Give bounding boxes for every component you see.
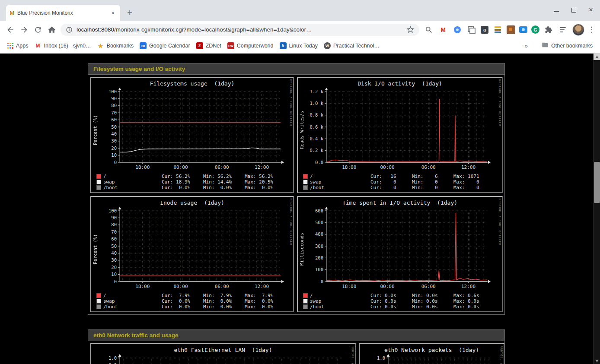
bookmark-star-icon[interactable] [407, 26, 414, 33]
browser-toolbar: localhost:8080/monitorix-cgi/monitorix.c… [0, 21, 600, 38]
bookmark-practical-technology[interactable]: W Practical Technol… [321, 41, 383, 51]
graph-panel-time-spent-io[interactable]: Time spent in I/O activity (1day)Millise… [297, 196, 503, 312]
dark-a-extension-icon[interactable] [481, 26, 488, 34]
computerworld-icon: CW [227, 42, 234, 49]
legend-series-name: swap [310, 298, 370, 304]
window-close-button[interactable] [588, 7, 594, 13]
bookmark-bookmarks[interactable]: ★ Bookmarks [94, 41, 137, 51]
reload-button[interactable] [31, 23, 45, 37]
legend-cur: Cur: 0.0s [370, 304, 412, 310]
layers-extension-icon[interactable] [492, 25, 503, 35]
section-body: eth0 FastEthernet LAN (1day)1.00.9RRDTOO… [88, 341, 504, 364]
bookmark-computerworld[interactable]: CW Computerworld [224, 41, 277, 51]
chart-plot-time-spent-io[interactable]: 010020030040050060018:0000:0006:0012:00 [305, 207, 498, 291]
window-minimize-button[interactable] [553, 7, 559, 13]
url-bar[interactable]: localhost:8080/monitorix-cgi/monitorix.c… [61, 24, 419, 36]
legend-min: Min: 56.2% [203, 174, 245, 179]
rrdtool-watermark: RRDTOOL / TOBI OETIKER [351, 346, 354, 364]
bookmark-zdnet[interactable]: Z ZDNet [193, 41, 224, 51]
legend-row: /Cur: 16Min: 6Max: 1071 [303, 174, 495, 179]
svg-text:12:00: 12:00 [461, 165, 476, 170]
legend-row: swapCur: 0Min: 0Max: 0 [303, 179, 495, 185]
chart-title: Filesystems usage (1day) [92, 79, 292, 88]
tab-close-icon[interactable] [109, 9, 117, 17]
copy-pages-extension-icon[interactable] [466, 25, 477, 35]
legend-row: /bootCur: 0.0sMin: 0.0sMax: 0.0s [303, 304, 495, 310]
graph-panel-inode-usage[interactable]: Inode usage (1day)Percent (%)01020304050… [90, 196, 294, 312]
chart-plot-inode-usage[interactable]: 010203040506070809010018:0000:0006:0012:… [98, 207, 291, 291]
svg-text:0.4 k: 0.4 k [310, 136, 323, 141]
scrollbar-thumb[interactable] [594, 162, 600, 203]
chart-plot-eth0-packets[interactable]: 1.0 [367, 354, 502, 364]
bookmark-label: Linux Today [289, 43, 318, 49]
svg-text:40: 40 [111, 250, 117, 256]
chart-title: Time spent in I/O activity (1day) [299, 198, 501, 207]
site-info-icon[interactable] [66, 26, 73, 33]
legend-series-name: /boot [103, 185, 162, 190]
green-g-extension-icon[interactable] [531, 25, 539, 34]
svg-text:12:00: 12:00 [461, 284, 476, 289]
section-eth0-network: eth0 Network traffic and usage eth0 Fast… [88, 329, 505, 364]
svg-text:10: 10 [111, 152, 117, 158]
browser-menu-icon[interactable] [586, 25, 597, 35]
chart-plot-disk-io-activity[interactable]: 0.00.2 k0.4 k0.6 k0.8 k1.0 k1.2 k18:0000… [305, 88, 498, 172]
bookmark-inbox[interactable]: M Inbox (16) - sjvn0… [32, 41, 94, 51]
forward-button[interactable] [17, 23, 31, 37]
legend-color-swatch [96, 299, 101, 304]
svg-text:06:00: 06:00 [215, 284, 229, 289]
home-button[interactable] [45, 23, 59, 37]
page-scrollbar[interactable] [593, 54, 600, 364]
legend-series-name: swap [310, 179, 370, 185]
new-tab-button[interactable] [124, 6, 136, 19]
graph-panel-eth0-lan[interactable]: eth0 FastEthernet LAN (1day)1.00.9RRDTOO… [90, 343, 356, 364]
legend-color-swatch [96, 293, 101, 298]
chart-plot-filesystems-usage[interactable]: 010203040506070809010018:0000:0006:0012:… [98, 88, 291, 172]
legend-max: Max: 0.6s [453, 293, 495, 298]
legend-min: Min: 0.0s [412, 304, 453, 310]
blue-circle-extension-icon[interactable] [452, 25, 463, 35]
other-bookmarks[interactable]: Other bookmarks [539, 40, 596, 51]
graph-panel-eth0-packets[interactable]: eth0 Network packets (1day)s/s1.0RRDTOOL… [359, 343, 504, 364]
legend-max: Max: 0.0% [245, 185, 286, 190]
camera-extension-icon[interactable] [519, 26, 527, 33]
svg-text:1.0: 1.0 [109, 355, 117, 361]
wordpress-icon: W [324, 42, 331, 49]
legend-series-name: /boot [103, 304, 162, 310]
chart-plot-eth0-lan[interactable]: 1.00.9 [98, 354, 353, 364]
legend-cur: Cur: 0 [370, 185, 412, 190]
browser-tab[interactable]: M Blue Precision Monitorix [6, 5, 120, 21]
profile-avatar[interactable] [572, 24, 584, 36]
folder-icon [542, 41, 549, 50]
gmail-extension-icon[interactable] [438, 25, 448, 35]
bookmarks-overflow-chevron[interactable]: » [521, 42, 531, 49]
chart-legend: /Cur: 56.2%Min: 56.2%Max: 56.2%swapCur: … [92, 174, 292, 190]
svg-text:0: 0 [321, 279, 323, 284]
rrdtool-watermark: RRDTOOL / TOBI OETIKER [500, 346, 503, 364]
graph-panel-filesystems-usage[interactable]: Filesystems usage (1day)Percent (%)01020… [90, 77, 294, 193]
y-axis-label: Percent (%) [92, 207, 98, 291]
legend-max: Max: 7.9% [245, 293, 286, 298]
window-maximize-button[interactable] [571, 7, 577, 13]
scroll-up-button[interactable] [594, 54, 600, 60]
svg-text:18:00: 18:00 [342, 284, 356, 289]
legend-cur: Cur: 0.0% [162, 298, 203, 304]
back-button[interactable] [3, 23, 17, 37]
svg-text:30: 30 [111, 138, 117, 143]
url-text: localhost:8080/monitorix-cgi/monitorix.c… [77, 26, 403, 33]
bookmark-linux-today[interactable]: lt Linux Today [277, 41, 321, 51]
scroll-down-button[interactable] [594, 358, 600, 364]
svg-text:400: 400 [315, 231, 323, 237]
brown-extension-icon[interactable] [507, 25, 515, 34]
search-extension-icon[interactable] [424, 25, 434, 35]
legend-row: /bootCur: 0.0%Min: 0.0%Max: 0.0% [96, 304, 286, 310]
url-host: localhost:8080 [77, 26, 114, 33]
bookmark-label: Inbox (16) - sjvn0… [44, 43, 91, 49]
graph-panel-disk-io-activity[interactable]: Disk I/O activity (1day)Reads+Writes/s0.… [297, 77, 503, 193]
legend-color-swatch [303, 299, 308, 304]
bookmark-google-calendar[interactable]: 28 Google Calendar [137, 41, 193, 51]
legend-max: Max: 1071 [453, 174, 495, 179]
list-extension-icon[interactable] [558, 25, 568, 35]
apps-shortcut[interactable]: Apps [4, 41, 32, 50]
extensions-puzzle-icon[interactable] [543, 25, 554, 35]
chart-title: eth0 FastEthernet LAN (1day) [92, 345, 354, 354]
